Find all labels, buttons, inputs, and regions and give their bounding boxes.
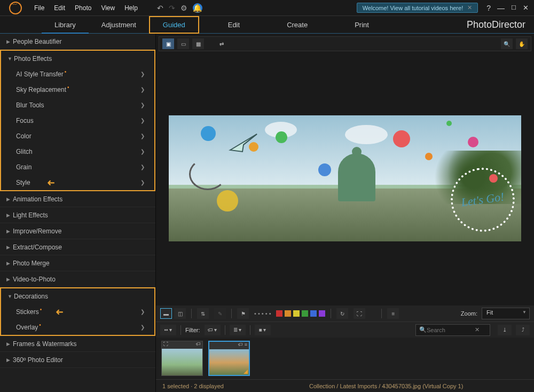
notification-icon[interactable]: 🔔: [193, 3, 202, 13]
panel-video-to-photo[interactable]: ▶Video-to-Photo: [0, 271, 155, 287]
main-menu: File Edit Photo View Help: [34, 4, 138, 12]
color-green[interactable]: [302, 310, 308, 317]
item-focus[interactable]: Focus❯: [1, 113, 154, 128]
maximize-icon[interactable]: ☐: [511, 4, 516, 11]
content-area: ▣ ▭ ▦ ⇄ 🔍 ✋ Let's Go!: [156, 34, 534, 392]
color-red[interactable]: [276, 310, 282, 317]
brush-icon[interactable]: ✎: [214, 308, 226, 319]
tab-library[interactable]: Library: [42, 16, 89, 34]
filmstrip: ⛶🏷 🏷 ≡: [156, 338, 534, 379]
selection-status: 1 selected · 2 displayed: [162, 383, 224, 389]
view-single-icon[interactable]: ▣: [162, 38, 174, 49]
search-icon: 🔍: [419, 326, 427, 333]
guided-sidebar: ▶People Beautifier ▼Photo Effects AI Sty…: [0, 34, 156, 392]
color-labels: [276, 310, 325, 317]
item-glitch[interactable]: Glitch❯: [1, 144, 154, 159]
minimize-icon[interactable]: —: [497, 4, 505, 12]
item-sky-replacement[interactable]: Sky Replacement•❯: [1, 82, 154, 97]
pan-tool-icon[interactable]: ✋: [516, 38, 528, 49]
strip-view-2-icon[interactable]: ◫: [174, 308, 186, 319]
file-path: Collection / Latest Imports / 430457035.…: [309, 383, 463, 389]
panel-improve-remove[interactable]: ▶Improve/Remove: [0, 223, 155, 239]
tab-edit[interactable]: Edit: [215, 16, 253, 34]
filter-label: Filter:: [185, 327, 200, 333]
view-mirror-icon[interactable]: ⇄: [216, 38, 227, 49]
zoom-label: Zoom:: [461, 310, 477, 317]
filter-bar: ▪▪ ▾ Filter: 🏷 ▾ ≣ ▾ ■ ▾ 🔍 ✕ ⤓ ⤴: [156, 322, 534, 338]
item-ai-style-transfer[interactable]: AI Style Transfer•❯: [1, 66, 154, 82]
panel-decorations-highlight: ▼Decorations Stickers•➜❯ Overlay•❯: [0, 287, 155, 336]
thumbnail-size-icon[interactable]: ▪▪ ▾: [160, 325, 176, 335]
panel-people-beautifier[interactable]: ▶People Beautifier: [0, 34, 155, 49]
clear-search-icon[interactable]: ✕: [475, 326, 480, 333]
close-welcome-icon[interactable]: ✕: [467, 4, 472, 11]
crop-icon[interactable]: ⛶: [354, 308, 365, 319]
color-blue[interactable]: [310, 310, 317, 317]
menu-photo[interactable]: Photo: [75, 4, 91, 12]
item-grain[interactable]: Grain❯: [1, 159, 154, 175]
photo-viewer[interactable]: Let's Go!: [159, 54, 531, 303]
tab-guided[interactable]: Guided: [149, 16, 199, 34]
tab-create[interactable]: Create: [274, 16, 320, 34]
color-orange[interactable]: [285, 310, 291, 317]
settings-icon[interactable]: ⚙: [180, 4, 187, 12]
zoom-dropdown[interactable]: Fit: [482, 308, 530, 319]
module-tabs: Library Adjustment Guided Edit Create Pr…: [0, 16, 534, 34]
menu-help[interactable]: Help: [124, 4, 138, 12]
panel-extract-compose[interactable]: ▶Extract/Compose: [0, 239, 155, 255]
svg-line-1: [244, 134, 257, 145]
arrow-annotation-icon: ➜: [56, 306, 64, 318]
rotate-icon[interactable]: ↻: [336, 308, 348, 319]
tab-print[interactable]: Print: [342, 16, 382, 34]
export-icon[interactable]: ⤴: [516, 325, 530, 335]
tab-adjustment[interactable]: Adjustment: [89, 16, 149, 34]
photo-canvas: Let's Go!: [169, 115, 521, 241]
squiggle-sticker: [189, 158, 226, 190]
align-icon[interactable]: ≡: [387, 308, 399, 319]
strip-view-1-icon[interactable]: ▬: [160, 308, 172, 319]
filmstrip-toolbar: ▬ ◫ ⇅ ✎ ⚑ • • • • • ↻ ⛶ ≡ Zoom:: [156, 305, 534, 322]
panel-animation-effects[interactable]: ▶Animation Effects: [0, 191, 155, 207]
filter-tag-icon[interactable]: 🏷 ▾: [205, 325, 221, 335]
item-style[interactable]: Style➜❯: [1, 175, 154, 190]
item-stickers[interactable]: Stickers•➜❯: [1, 304, 154, 319]
filter-color-icon[interactable]: ■ ▾: [255, 325, 271, 335]
color-purple[interactable]: [319, 310, 325, 317]
menu-file[interactable]: File: [34, 4, 44, 12]
thumbnail-1[interactable]: ⛶🏷: [161, 341, 203, 376]
zoom-tool-icon[interactable]: 🔍: [501, 38, 513, 49]
color-yellow[interactable]: [293, 310, 300, 317]
item-blur-tools[interactable]: Blur Tools❯: [1, 97, 154, 113]
search-box[interactable]: 🔍 ✕: [415, 324, 490, 336]
undo-icon[interactable]: ↶: [157, 4, 163, 12]
panel-photo-merge[interactable]: ▶Photo Merge: [0, 255, 155, 271]
import-icon[interactable]: ⤓: [498, 325, 512, 335]
virtual-copy-icon: [244, 370, 248, 374]
redo-icon[interactable]: ↷: [169, 4, 175, 12]
flag-icon[interactable]: ⚑: [237, 308, 249, 319]
help-icon[interactable]: ?: [486, 4, 491, 12]
view-compare-icon[interactable]: ▭: [177, 38, 189, 49]
panel-photo-effects[interactable]: ▼Photo Effects: [1, 51, 154, 66]
panel-photo-effects-highlight: ▼Photo Effects AI Style Transfer•❯ Sky R…: [0, 50, 155, 191]
rating-dots[interactable]: • • • • •: [254, 310, 271, 317]
panel-frames-watermarks[interactable]: ▶Frames & Watermarks: [0, 336, 155, 351]
item-overlay[interactable]: Overlay•❯: [1, 319, 154, 335]
sort-icon[interactable]: ⇅: [197, 308, 209, 319]
thumbnail-2[interactable]: 🏷 ≡: [208, 341, 250, 376]
status-bar: 1 selected · 2 displayed Collection / La…: [156, 379, 534, 392]
close-window-icon[interactable]: ✕: [523, 4, 529, 12]
menu-view[interactable]: View: [101, 4, 115, 12]
paper-plane-sticker: [227, 131, 260, 153]
panel-light-effects[interactable]: ▶Light Effects: [0, 207, 155, 223]
app-logo[interactable]: [7, 0, 23, 16]
search-input[interactable]: [427, 327, 475, 333]
welcome-text: Welcome! View all tutorial videos here!: [363, 5, 464, 11]
filter-list-icon[interactable]: ≣ ▾: [230, 325, 246, 335]
item-color[interactable]: Color❯: [1, 128, 154, 144]
menu-edit[interactable]: Edit: [54, 4, 65, 12]
panel-decorations[interactable]: ▼Decorations: [1, 288, 154, 304]
panel-360-photo-editor[interactable]: ▶360º Photo Editor: [0, 352, 155, 367]
view-grid-icon[interactable]: ▦: [192, 38, 204, 49]
welcome-banner[interactable]: Welcome! View all tutorial videos here! …: [357, 3, 478, 13]
